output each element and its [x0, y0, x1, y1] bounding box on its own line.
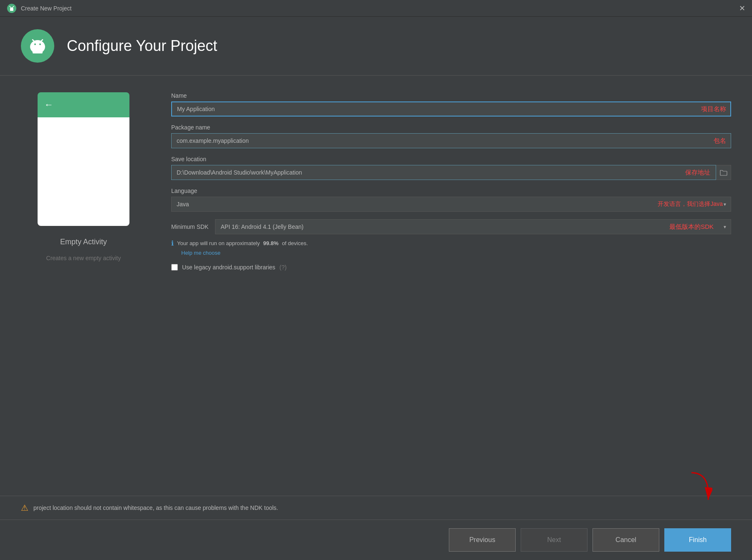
name-label: Name: [171, 92, 731, 99]
name-form-group: Name 项目名称: [171, 92, 731, 117]
warning-icon: ⚠: [21, 503, 28, 513]
folder-icon: [720, 169, 727, 176]
phone-header: ←: [38, 92, 129, 117]
svg-point-10: [39, 43, 41, 45]
right-panel: Name 项目名称 Package name 包名 Save location: [171, 92, 731, 479]
package-input-wrapper: 包名: [171, 133, 731, 148]
content-area: ← Empty Activity Creates a new empty act…: [0, 76, 752, 496]
min-sdk-label: Minimum SDK: [171, 223, 208, 230]
package-input[interactable]: [171, 133, 731, 148]
info-percent: 99.8%: [263, 240, 279, 246]
svg-rect-7: [43, 46, 44, 50]
package-label: Package name: [171, 124, 731, 131]
warning-bar: ⚠ project location should not contain wh…: [0, 496, 752, 519]
info-text-2: of devices.: [282, 240, 308, 246]
min-sdk-select[interactable]: API 16: Android 4.1 (Jelly Bean) API 21:…: [215, 219, 731, 234]
header-section: Configure Your Project: [0, 17, 752, 76]
finish-button[interactable]: Finish: [664, 528, 731, 552]
save-location-input-wrapper: 保存地址: [171, 165, 731, 180]
android-icon-large: [21, 29, 54, 63]
dialog-body: Configure Your Project ← Empty Activity …: [0, 17, 752, 560]
phone-mockup: ←: [38, 92, 129, 226]
warning-text: project location should not contain whit…: [33, 504, 278, 511]
checkbox-help-icon[interactable]: (?): [279, 264, 286, 271]
name-input-wrapper: 项目名称: [171, 101, 731, 117]
title-bar-left: Create New Project: [7, 3, 71, 13]
svg-rect-8: [33, 50, 43, 53]
cancel-button[interactable]: Cancel: [592, 528, 659, 552]
left-panel: ← Empty Activity Creates a new empty act…: [21, 92, 146, 479]
svg-line-11: [33, 40, 35, 42]
back-arrow-icon: ←: [44, 99, 53, 110]
name-input[interactable]: [171, 101, 731, 117]
svg-rect-6: [31, 46, 33, 50]
legacy-libraries-row: Use legacy android.support libraries (?): [171, 264, 731, 271]
language-select[interactable]: Java Kotlin: [171, 197, 731, 212]
phone-content: [38, 117, 129, 226]
page-title: Configure Your Project: [67, 37, 217, 55]
android-logo-icon: [7, 3, 17, 13]
help-me-choose-link[interactable]: Help me choose: [181, 250, 220, 256]
info-section: ℹ Your app will run on approximately 99.…: [171, 242, 731, 256]
title-bar-title: Create New Project: [21, 5, 71, 12]
save-location-label: Save location: [171, 156, 731, 162]
action-bar: Previous Next Cancel Finish: [0, 519, 752, 560]
activity-description: Creates a new empty activity: [46, 255, 121, 261]
title-bar: Create New Project ✕: [0, 0, 752, 17]
browse-folder-button[interactable]: [716, 165, 731, 180]
svg-point-9: [34, 43, 36, 45]
save-location-input[interactable]: [171, 165, 716, 180]
svg-line-12: [41, 40, 43, 42]
min-sdk-select-wrapper: API 16: Android 4.1 (Jelly Bean) API 21:…: [215, 219, 731, 234]
device-coverage-row: ℹ Your app will run on approximately 99.…: [171, 239, 731, 247]
legacy-libraries-checkbox[interactable]: [171, 264, 178, 271]
language-form-group: Language Java Kotlin 开发语言，我们选择Java: [171, 188, 731, 212]
close-button[interactable]: ✕: [739, 5, 745, 12]
min-sdk-row: Minimum SDK API 16: Android 4.1 (Jelly B…: [171, 219, 731, 234]
next-button[interactable]: Next: [521, 528, 587, 552]
language-label: Language: [171, 188, 731, 194]
previous-button[interactable]: Previous: [449, 528, 516, 552]
activity-name: Empty Activity: [60, 238, 107, 246]
package-form-group: Package name 包名: [171, 124, 731, 148]
info-text-1: Your app will run on approximately: [177, 240, 260, 246]
language-select-wrapper: Java Kotlin 开发语言，我们选择Java: [171, 197, 731, 212]
info-icon: ℹ: [171, 239, 174, 247]
save-location-form-group: Save location 保存地址: [171, 156, 731, 180]
legacy-libraries-label: Use legacy android.support libraries: [182, 264, 275, 271]
android-head-icon: [27, 35, 48, 57]
